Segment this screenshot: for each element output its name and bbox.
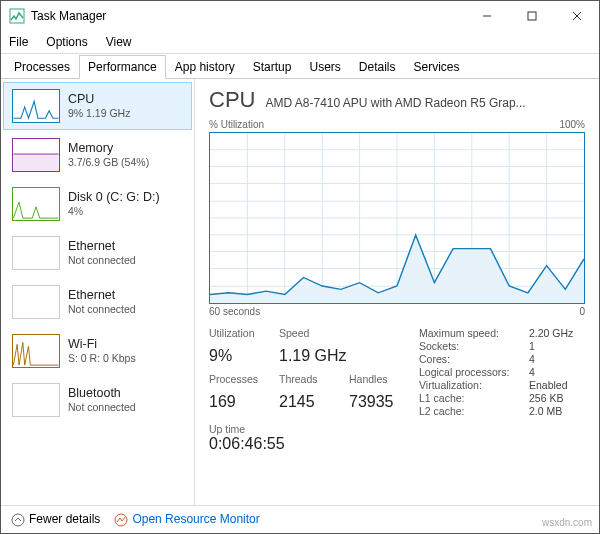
watermark: wsxdn.com (542, 517, 592, 528)
info-value: Enabled (529, 379, 599, 391)
sidebar-item-label: Wi-Fi (68, 336, 136, 352)
sidebar-item-sub: 9% 1.19 GHz (68, 107, 130, 121)
cpu-model: AMD A8-7410 APU with AMD Radeon R5 Grap.… (265, 96, 525, 110)
ethernet-thumb-icon (12, 236, 60, 270)
info-label: Sockets: (419, 340, 529, 352)
cpu-utilization-chart[interactable] (209, 132, 585, 304)
tab-services[interactable]: Services (405, 55, 469, 79)
sidebar-item-label: CPU (68, 91, 130, 107)
speed-value: 1.19 GHz (279, 347, 349, 371)
sidebar-item-ethernet-0[interactable]: Ethernet Not connected (3, 229, 192, 277)
tab-users[interactable]: Users (300, 55, 349, 79)
sidebar: CPU 9% 1.19 GHz Memory 3.7/6.9 GB (54%) (1, 79, 195, 505)
tabbar: Processes Performance App history Startu… (1, 54, 599, 79)
handles-value: 73935 (349, 393, 409, 417)
menu-view[interactable]: View (104, 33, 134, 51)
wifi-thumb-icon (12, 334, 60, 368)
sidebar-item-label: Disk 0 (C: G: D:) (68, 189, 160, 205)
sidebar-item-sub: 3.7/6.9 GB (54%) (68, 156, 149, 170)
processes-value: 169 (209, 393, 279, 417)
sidebar-item-ethernet-1[interactable]: Ethernet Not connected (3, 278, 192, 326)
menu-file[interactable]: File (7, 33, 30, 51)
tab-startup[interactable]: Startup (244, 55, 301, 79)
sidebar-item-memory[interactable]: Memory 3.7/6.9 GB (54%) (3, 131, 192, 179)
footer: Fewer details Open Resource Monitor (1, 505, 599, 533)
sidebar-item-sub: 4% (68, 205, 160, 219)
bluetooth-thumb-icon (12, 383, 60, 417)
menu-options[interactable]: Options (44, 33, 89, 51)
memory-thumb-icon (12, 138, 60, 172)
stat-label: Processes (209, 373, 279, 391)
window-title: Task Manager (31, 9, 464, 23)
info-label: L1 cache: (419, 392, 529, 404)
svg-point-26 (12, 514, 24, 526)
sidebar-item-sub: S: 0 R: 0 Kbps (68, 352, 136, 366)
info-label: Maximum speed: (419, 327, 529, 339)
disk-thumb-icon (12, 187, 60, 221)
svg-rect-2 (528, 12, 536, 20)
info-value: 4 (529, 366, 599, 378)
cpu-thumb-icon (12, 89, 60, 123)
threads-value: 2145 (279, 393, 349, 417)
tab-details[interactable]: Details (350, 55, 405, 79)
stat-label: Handles (349, 373, 409, 391)
stat-label: Threads (279, 373, 349, 391)
info-label: L2 cache: (419, 405, 529, 417)
sidebar-item-label: Ethernet (68, 287, 136, 303)
tab-performance[interactable]: Performance (79, 55, 166, 79)
sidebar-item-disk[interactable]: Disk 0 (C: G: D:) 4% (3, 180, 192, 228)
info-label: Virtualization: (419, 379, 529, 391)
chart-label-left: % Utilization (209, 119, 264, 130)
sidebar-item-sub: Not connected (68, 303, 136, 317)
page-title: CPU (209, 87, 255, 113)
fewer-details-button[interactable]: Fewer details (11, 512, 100, 527)
info-value: 4 (529, 353, 599, 365)
svg-rect-5 (13, 154, 58, 171)
chart-bottom-left: 60 seconds (209, 306, 260, 317)
task-manager-window: Task Manager File Options View Processes… (0, 0, 600, 534)
sidebar-item-cpu[interactable]: CPU 9% 1.19 GHz (3, 82, 192, 130)
chart-bottom-right: 0 (579, 306, 585, 317)
info-value: 2.0 MB (529, 405, 599, 417)
open-resource-monitor-link[interactable]: Open Resource Monitor (114, 512, 259, 527)
titlebar[interactable]: Task Manager (1, 1, 599, 31)
utilization-value: 9% (209, 347, 279, 371)
info-label: Logical processors: (419, 366, 529, 378)
info-value: 2.20 GHz (529, 327, 599, 339)
sidebar-item-label: Bluetooth (68, 385, 136, 401)
sidebar-item-label: Ethernet (68, 238, 136, 254)
info-value: 1 (529, 340, 599, 352)
close-button[interactable] (554, 1, 599, 31)
sidebar-item-bluetooth[interactable]: Bluetooth Not connected (3, 376, 192, 424)
sidebar-item-sub: Not connected (68, 254, 136, 268)
info-value: 256 KB (529, 392, 599, 404)
sidebar-item-sub: Not connected (68, 401, 136, 415)
sidebar-item-wifi[interactable]: Wi-Fi S: 0 R: 0 Kbps (3, 327, 192, 375)
info-label: Cores: (419, 353, 529, 365)
tab-app-history[interactable]: App history (166, 55, 244, 79)
tab-processes[interactable]: Processes (5, 55, 79, 79)
uptime-label: Up time (209, 423, 585, 435)
stat-label: Speed (279, 327, 349, 345)
uptime-value: 0:06:46:55 (209, 435, 585, 453)
menubar: File Options View (1, 31, 599, 54)
app-icon (9, 8, 25, 24)
main-panel: CPU AMD A8-7410 APU with AMD Radeon R5 G… (195, 79, 599, 505)
maximize-button[interactable] (509, 1, 554, 31)
stat-label: Utilization (209, 327, 279, 345)
chart-label-right: 100% (559, 119, 585, 130)
ethernet-thumb-icon (12, 285, 60, 319)
sidebar-item-label: Memory (68, 140, 149, 156)
minimize-button[interactable] (464, 1, 509, 31)
